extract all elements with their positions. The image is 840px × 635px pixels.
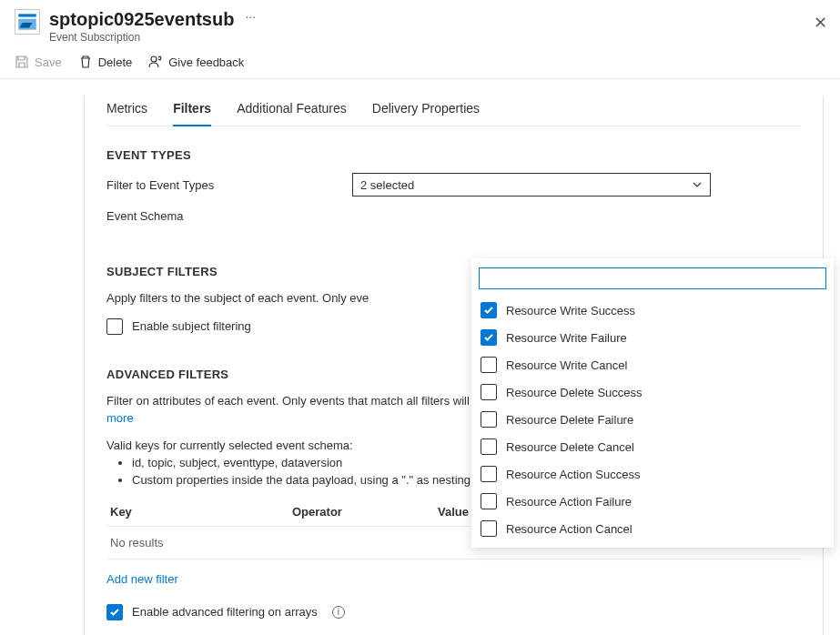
page-header: sptopic0925eventsub Event Subscription ·… bbox=[0, 0, 840, 49]
option-label: Resource Write Failure bbox=[506, 331, 627, 345]
option-checkbox[interactable] bbox=[481, 384, 497, 400]
tab-filters[interactable]: Filters bbox=[173, 96, 211, 126]
header-text-block: sptopic0925eventsub Event Subscription bbox=[49, 9, 234, 44]
option-label: Resource Delete Success bbox=[506, 386, 643, 399]
save-button: Save bbox=[15, 55, 62, 69]
col-key: Key bbox=[106, 498, 288, 527]
dropdown-option[interactable]: Resource Write Failure bbox=[471, 324, 834, 351]
event-types-dropdown[interactable]: 2 selected bbox=[352, 173, 711, 197]
dropdown-option[interactable]: Resource Action Failure bbox=[471, 488, 834, 515]
col-operator: Operator bbox=[288, 498, 434, 527]
chevron-down-icon bbox=[692, 179, 703, 190]
option-label: Resource Write Success bbox=[506, 304, 635, 318]
resource-icon bbox=[15, 9, 40, 35]
page-subtitle: Event Subscription bbox=[49, 31, 234, 44]
event-schema-label: Event Schema bbox=[106, 209, 352, 223]
option-label: Resource Action Success bbox=[506, 468, 640, 481]
enable-array-filter-checkbox[interactable] bbox=[106, 604, 123, 620]
info-icon[interactable]: i bbox=[332, 606, 345, 619]
option-label: Resource Delete Failure bbox=[506, 413, 633, 427]
option-label: Resource Action Failure bbox=[506, 495, 632, 509]
dropdown-option[interactable]: Resource Write Success bbox=[471, 297, 834, 324]
feedback-button[interactable]: Give feedback bbox=[148, 55, 244, 69]
tab-delivery[interactable]: Delivery Properties bbox=[372, 96, 480, 126]
feedback-icon bbox=[148, 55, 163, 69]
close-button[interactable]: ✕ bbox=[814, 13, 827, 33]
tab-additional[interactable]: Additional Features bbox=[237, 96, 347, 126]
option-checkbox[interactable] bbox=[481, 411, 497, 428]
enable-subject-filter-checkbox[interactable] bbox=[106, 318, 123, 335]
more-menu[interactable]: ··· bbox=[245, 9, 256, 24]
filter-event-types-label: Filter to Event Types bbox=[106, 178, 352, 192]
option-checkbox[interactable] bbox=[481, 493, 497, 509]
dropdown-option[interactable]: Resource Write Cancel bbox=[471, 351, 834, 378]
toolbar: Save Delete Give feedback bbox=[0, 49, 840, 79]
tab-metrics[interactable]: Metrics bbox=[106, 96, 147, 126]
dropdown-search-input[interactable] bbox=[479, 267, 826, 289]
enable-array-filter-label: Enable advanced filtering on arrays bbox=[132, 605, 318, 619]
option-checkbox[interactable] bbox=[481, 438, 497, 455]
dropdown-option[interactable]: Resource Delete Cancel bbox=[471, 433, 834, 460]
save-label: Save bbox=[35, 55, 62, 69]
feedback-label: Give feedback bbox=[168, 55, 244, 69]
option-label: Resource Write Cancel bbox=[506, 358, 627, 372]
tab-bar: Metrics Filters Additional Features Deli… bbox=[106, 96, 801, 126]
option-checkbox[interactable] bbox=[481, 520, 497, 537]
option-checkbox[interactable] bbox=[481, 329, 497, 346]
dropdown-selected-text: 2 selected bbox=[360, 178, 414, 192]
dropdown-option[interactable]: Resource Action Cancel bbox=[471, 515, 834, 542]
delete-label: Delete bbox=[98, 55, 133, 69]
event-types-dropdown-panel: Resource Write SuccessResource Write Fai… bbox=[471, 258, 834, 548]
save-icon bbox=[15, 55, 29, 69]
delete-icon bbox=[78, 55, 93, 69]
content-panel: Metrics Filters Additional Features Deli… bbox=[84, 96, 824, 635]
delete-button[interactable]: Delete bbox=[78, 55, 133, 69]
option-label: Resource Delete Cancel bbox=[506, 440, 634, 454]
enable-subject-filter-label: Enable subject filtering bbox=[132, 319, 251, 333]
dropdown-option[interactable]: Resource Action Success bbox=[471, 460, 834, 488]
dropdown-option[interactable]: Resource Delete Failure bbox=[471, 406, 834, 433]
svg-point-0 bbox=[151, 56, 157, 62]
dropdown-option[interactable]: Resource Delete Success bbox=[471, 378, 834, 406]
option-checkbox[interactable] bbox=[481, 302, 497, 318]
event-types-heading: EVENT TYPES bbox=[106, 148, 801, 162]
option-checkbox[interactable] bbox=[481, 357, 497, 373]
option-checkbox[interactable] bbox=[481, 466, 497, 482]
add-filter-link[interactable]: Add new filter bbox=[106, 572, 178, 586]
page-title: sptopic0925eventsub bbox=[49, 9, 234, 30]
option-label: Resource Action Cancel bbox=[506, 522, 633, 536]
